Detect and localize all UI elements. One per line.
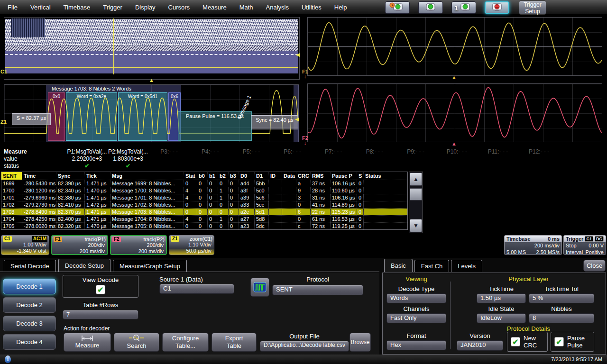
column-header-s[interactable]: S — [357, 172, 364, 180]
pause-pulse-group[interactable]: ✔ PausePulse — [551, 332, 594, 352]
new-crc-checkbox[interactable]: ✔ — [511, 337, 520, 346]
column-header-b0[interactable]: b0 — [197, 172, 208, 180]
column-header-stat[interactable]: Stat — [184, 172, 197, 180]
menu-item-analysis[interactable]: Analysis — [266, 4, 289, 11]
column-header-msg[interactable]: Msg — [110, 172, 184, 180]
f1-descriptor-box[interactable]: F1track(P1) 200/div 200 ms/div — [51, 235, 108, 255]
configure-table-button[interactable]: Configure Table... — [162, 333, 209, 352]
c1-overview-grid[interactable] — [4, 17, 300, 80]
c1-descriptor-box[interactable]: C1AC1M 1.00 V/div -1.340 V ofst — [1, 235, 49, 255]
tab-fast-ch[interactable]: Fast Ch — [414, 260, 450, 272]
ticktime-field[interactable]: 1.50 µs — [477, 293, 526, 303]
browse-button[interactable]: Browse — [349, 333, 371, 352]
f2-descriptor-box[interactable]: F2track(P2) 200/div 200 ms/div — [110, 235, 167, 255]
f2-trace-label[interactable]: F2↓ — [302, 136, 308, 145]
decode-table[interactable]: SENTTimeSyncTickMsgStatb0b1b2b3D0D1IDDat… — [1, 172, 408, 230]
column-header-sync[interactable]: Sync — [56, 172, 85, 180]
table-row[interactable]: 1700-280.1200 ms82.340 µs1.470 µsMessage… — [1, 187, 408, 194]
stop-trigger-button[interactable] — [485, 1, 509, 14]
view-decode-checkbox[interactable]: ✔ — [96, 285, 105, 294]
trigger-setup-button[interactable]: Trigger Setup — [519, 0, 546, 15]
search-action-button[interactable]: Search — [114, 333, 159, 352]
timed-trigger-button[interactable] — [385, 1, 410, 14]
close-button[interactable]: Close — [583, 260, 606, 272]
column-header-pause-p[interactable]: Pause P — [331, 172, 357, 180]
measure-slot-p11[interactable]: P11:- - - — [478, 148, 519, 170]
measure-slot-p4[interactable]: P4:- - - — [190, 148, 231, 170]
f1-graph-grid[interactable] — [307, 17, 602, 76]
scroll-down-button[interactable]: ▼ — [410, 219, 422, 232]
scroll-up-button[interactable]: ▲ — [410, 173, 422, 186]
menu-item-cursors[interactable]: Cursors — [168, 4, 190, 11]
output-file-field[interactable]: D:\Applicatio...\DecodeTable.csv — [260, 341, 349, 352]
z1-zoom-grid[interactable]: 0x0 Word = 0xa2e Word = 0x5d1 0x6 Messag… — [4, 84, 299, 142]
decode-type-field[interactable]: Words — [386, 293, 446, 303]
c1-trace-label[interactable]: C1 — [0, 69, 7, 74]
format-field[interactable]: Hex — [386, 340, 446, 350]
measure-slot-p2[interactable]: P2:MsgToVal(...1.80300e+3✔ — [108, 148, 149, 170]
column-header-status[interactable]: Status — [364, 172, 408, 180]
pause-pulse-checkbox[interactable]: ✔ — [554, 337, 564, 346]
version-field[interactable]: JAN2010 — [457, 340, 503, 351]
table-row[interactable]: 1702-279.2730 ms82.410 µs1.472 µsMessage… — [1, 201, 408, 209]
scroll-thumb[interactable] — [410, 188, 422, 200]
decode-4-button[interactable]: Decode 4 — [3, 334, 56, 350]
table-row[interactable]: 1699-280.5430 ms82.390 µs1.471 µsMessage… — [1, 180, 408, 187]
column-header-b2[interactable]: b2 — [218, 172, 229, 180]
z1-level-marker-icon[interactable]: ◀ — [295, 117, 299, 121]
measure-action-button[interactable]: Measure — [64, 333, 111, 352]
column-header-d0[interactable]: D0 — [239, 172, 255, 180]
measure-slot-p10[interactable]: P10:- - - — [436, 148, 478, 170]
tab-basic[interactable]: Basic — [384, 259, 413, 272]
f2-graph-grid[interactable] — [307, 83, 602, 142]
menu-item-utilities[interactable]: Utilities — [302, 4, 322, 11]
measure-slot-p9[interactable]: P9:- - - — [395, 148, 436, 170]
table-scrollbar[interactable]: ▲ ▼ — [409, 172, 423, 233]
measure-slot-p5[interactable]: P5:- - - — [231, 148, 272, 170]
idle-state-field[interactable]: IdleLow — [477, 313, 526, 323]
ticktime-tol-field[interactable]: 5 % — [529, 293, 594, 303]
f2-trigger-marker-icon[interactable]: ▲ — [451, 141, 457, 146]
protocol-field[interactable]: SENT — [272, 285, 363, 295]
trigger-box[interactable]: TriggerC1DC Stop0.00 V IntervalPositive — [563, 235, 606, 255]
column-header-crc[interactable]: CRC — [296, 172, 311, 180]
measure-slot-p12[interactable]: P12:- - - — [518, 148, 560, 170]
menu-item-display[interactable]: Display — [135, 4, 156, 11]
column-header-id[interactable]: ID — [269, 172, 282, 180]
menu-item-measure[interactable]: Measure — [202, 4, 227, 11]
z1-trace-label[interactable]: Z1 — [0, 119, 7, 124]
column-header-rms[interactable]: RMS — [311, 172, 331, 180]
table-row[interactable]: 1704-278.4250 ms82.400 µs1.471 µsMessage… — [1, 216, 408, 223]
export-table-button[interactable]: Export Table — [212, 333, 257, 352]
column-header-tick[interactable]: Tick — [85, 172, 110, 180]
decode-3-button[interactable]: Decode 3 — [3, 316, 56, 331]
menu-item-trigger[interactable]: Trigger — [103, 4, 122, 11]
f1-trace-label[interactable]: F1↓ — [302, 69, 308, 79]
column-header-sent[interactable]: SENT — [1, 172, 22, 180]
column-header-b3[interactable]: b3 — [229, 172, 239, 180]
column-header-b1[interactable]: b1 — [208, 172, 218, 180]
auto-trigger-button[interactable] — [418, 1, 443, 14]
source-field[interactable]: C1 — [159, 284, 234, 294]
f1-trigger-marker-icon[interactable]: ▲ — [451, 75, 457, 80]
menu-item-file[interactable]: File — [8, 4, 18, 11]
table-row[interactable]: 1703-278.8490 ms82.370 µs1.471 µsMessage… — [1, 209, 408, 216]
decode-2-button[interactable]: Decode 2 — [3, 297, 56, 313]
table-row[interactable]: 1701-279.6960 ms82.380 µs1.471 µsMessage… — [1, 194, 408, 201]
new-crc-group[interactable]: ✔ NewCRC — [507, 332, 548, 352]
column-header-data[interactable]: Data — [282, 172, 296, 180]
c1-trigger-time-cursor[interactable] — [113, 18, 114, 74]
tab-measure-graph-setup[interactable]: Measure/Graph Setup — [113, 260, 187, 272]
c1-trigger-marker-icon[interactable]: ▲ — [149, 78, 154, 82]
menu-item-vertical[interactable]: Vertical — [30, 4, 51, 11]
protocol-icon-button[interactable] — [250, 278, 269, 297]
tab-levels[interactable]: Levels — [451, 260, 482, 272]
info-icon[interactable]: i — [5, 355, 11, 363]
measure-slot-p7[interactable]: P7:- - - — [313, 148, 354, 170]
c1-level-marker-icon[interactable]: ◀ — [296, 52, 300, 57]
decode-1-button[interactable]: Decode 1 — [3, 279, 56, 294]
nibbles-field[interactable]: 8 — [529, 313, 594, 323]
column-header-time[interactable]: Time — [22, 172, 56, 180]
measure-slot-p8[interactable]: P8:- - - — [354, 148, 395, 170]
timebase-box[interactable]: Timebase0 ms 200 ms/div 5.00 MS2.50 MS/s — [504, 235, 562, 255]
